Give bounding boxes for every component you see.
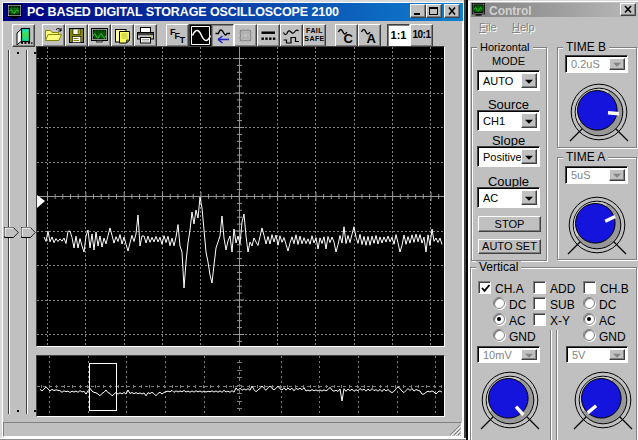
svg-text:T: T bbox=[180, 35, 186, 45]
svg-text:A: A bbox=[367, 31, 377, 46]
svg-text:C: C bbox=[344, 31, 354, 46]
